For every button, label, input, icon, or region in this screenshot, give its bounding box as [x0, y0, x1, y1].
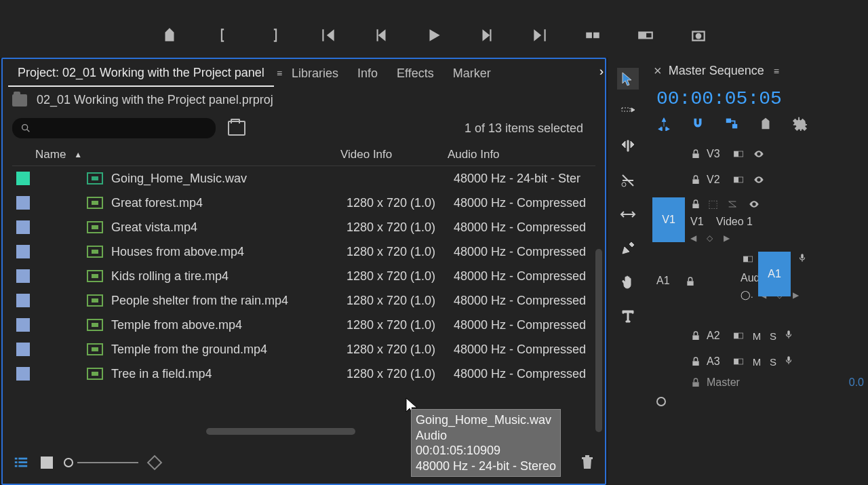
eye-icon[interactable] [747, 199, 762, 210]
pen-tool[interactable] [617, 237, 639, 259]
track-a3[interactable]: A3 M S [652, 349, 864, 374]
table-row[interactable]: Temple from the ground.mp41280 x 720 (1.… [12, 337, 595, 362]
bracket-right-icon[interactable] [267, 26, 284, 44]
sync-lock-icon[interactable] [731, 149, 746, 159]
project-file-row[interactable]: 02_01 Working with the Project panel.prp… [3, 86, 605, 114]
audio-info: 48000 Hz - Compressed [446, 269, 595, 284]
tab-info[interactable]: Info [348, 61, 387, 86]
solo-button[interactable]: S [768, 330, 778, 342]
keyframe-nav[interactable]: ◀ ◇ ▶ [690, 233, 762, 243]
label-color-chip [16, 269, 30, 283]
track-a2[interactable]: A2 M S [652, 324, 864, 348]
search-input[interactable] [12, 118, 216, 138]
type-tool[interactable] [617, 305, 639, 327]
play-icon[interactable] [425, 26, 443, 44]
horizontal-scrollbar[interactable] [206, 428, 355, 435]
col-audio-info[interactable]: Audio Info [448, 148, 595, 161]
voiceover-icon[interactable] [784, 354, 795, 369]
go-to-in-icon[interactable] [319, 26, 337, 44]
tab-marker[interactable]: Marker [443, 61, 500, 86]
table-row[interactable]: Houses from above.mp41280 x 720 (1.0)480… [12, 239, 595, 264]
voiceover-icon[interactable] [797, 252, 808, 267]
tab-project[interactable]: Project: 02_01 Working with the Project … [8, 60, 274, 87]
track-a1[interactable]: A1 A1 M S Audio 1 ◯.◀ ◇ ▶ [652, 248, 864, 322]
video-info: 1280 x 720 (1.0) [338, 220, 446, 235]
track-v2[interactable]: V2 [652, 168, 864, 192]
sort-icons-button[interactable] [147, 455, 163, 471]
linked-selection-icon[interactable] [724, 116, 739, 131]
table-row[interactable]: People shelter from the rain.mp41280 x 7… [12, 288, 595, 313]
vertical-scrollbar[interactable] [595, 249, 602, 432]
source-patch-a1[interactable]: A1 [758, 252, 791, 296]
voiceover-icon[interactable] [784, 328, 795, 343]
list-view-button[interactable] [12, 455, 30, 470]
lock-icon[interactable] [690, 149, 701, 159]
overwrite-icon[interactable] [637, 26, 654, 44]
icon-view-button[interactable] [41, 457, 53, 469]
lock-icon[interactable] [685, 276, 696, 287]
settings-icon[interactable] [792, 116, 807, 131]
lock-icon[interactable] [690, 199, 701, 210]
table-row[interactable]: Great vista.mp41280 x 720 (1.0)48000 Hz … [12, 215, 595, 239]
timeline-zoom-slider[interactable] [656, 397, 666, 406]
track-v1[interactable]: V1 ⬚ V1 Video 1 ◀ ◇ ▶ [652, 193, 864, 246]
sequence-menu-icon[interactable]: ≡ [774, 66, 779, 77]
source-patch-v1[interactable]: V1 [652, 197, 685, 242]
lock-icon[interactable] [690, 330, 701, 341]
sync-lock-icon[interactable] [741, 254, 755, 265]
sync-lock-icon[interactable] [731, 330, 746, 341]
table-row[interactable]: Great forest.mp41280 x 720 (1.0)48000 Hz… [12, 191, 595, 215]
col-video-info[interactable]: Video Info [340, 148, 448, 161]
table-row[interactable]: Tree in a field.mp41280 x 720 (1.0)48000… [12, 362, 595, 386]
marker-in-icon[interactable] [161, 26, 178, 44]
lock-icon[interactable] [690, 377, 701, 388]
timecode[interactable]: 00:00:05:05 [652, 84, 864, 116]
step-back-icon[interactable] [372, 26, 390, 44]
close-sequence-icon[interactable]: × [654, 63, 662, 79]
ripple-edit-tool[interactable] [617, 136, 639, 157]
lock-icon[interactable] [690, 174, 701, 185]
snap-icon[interactable] [690, 116, 705, 131]
lock-icon[interactable] [690, 356, 701, 367]
sync-lock-icon[interactable] [731, 174, 746, 185]
new-bin-button[interactable] [228, 121, 245, 136]
table-row[interactable]: Temple from above.mp41280 x 720 (1.0)480… [12, 313, 595, 337]
go-to-out-icon[interactable] [531, 26, 549, 44]
track-select-tool[interactable] [617, 102, 639, 123]
track-v3[interactable]: V3 [652, 142, 864, 166]
sync-lock-icon[interactable] [731, 356, 746, 367]
sync-lock-icon[interactable] [725, 199, 740, 210]
nest-icon[interactable] [656, 116, 671, 131]
export-frame-icon[interactable] [690, 26, 707, 44]
sequence-name[interactable]: Master Sequence [669, 64, 764, 78]
eye-icon[interactable] [751, 149, 766, 159]
eye-icon[interactable] [751, 174, 766, 185]
tab-effects[interactable]: Effects [387, 61, 443, 86]
timeline-options [652, 116, 864, 142]
clip-name: Kids rolling a tire.mp4 [111, 269, 338, 284]
selection-tool[interactable] [617, 68, 639, 90]
slip-tool[interactable] [617, 203, 639, 225]
col-name[interactable]: Name▲ [35, 148, 320, 161]
col-frame-rate[interactable] [320, 148, 340, 161]
label-color-chip [16, 318, 30, 332]
step-forward-icon[interactable] [478, 26, 496, 44]
hand-tool[interactable] [617, 271, 639, 293]
clip-name: Tree in a field.mp4 [111, 367, 338, 381]
insert-icon[interactable] [584, 26, 601, 44]
razor-tool[interactable] [617, 170, 639, 191]
panel-menu-icon[interactable]: ≡ [277, 68, 282, 79]
tab-libraries[interactable]: Libraries [282, 61, 348, 86]
thumbnail-zoom-slider[interactable] [64, 458, 138, 467]
table-row[interactable]: Going_Home_Music.wav48000 Hz - 24-bit - … [12, 166, 595, 191]
svg-rect-11 [732, 124, 737, 128]
mute-button[interactable]: M [751, 330, 762, 342]
selection-count: 1 of 13 items selected [465, 121, 583, 136]
solo-button[interactable]: S [768, 356, 778, 368]
table-row[interactable]: Kids rolling a tire.mp41280 x 720 (1.0)4… [12, 264, 595, 288]
markers-icon[interactable] [758, 116, 773, 131]
clear-button[interactable] [579, 453, 595, 472]
mute-button[interactable]: M [751, 356, 762, 368]
bracket-left-icon[interactable] [214, 26, 231, 44]
track-master[interactable]: Master 0.0 [652, 375, 864, 390]
